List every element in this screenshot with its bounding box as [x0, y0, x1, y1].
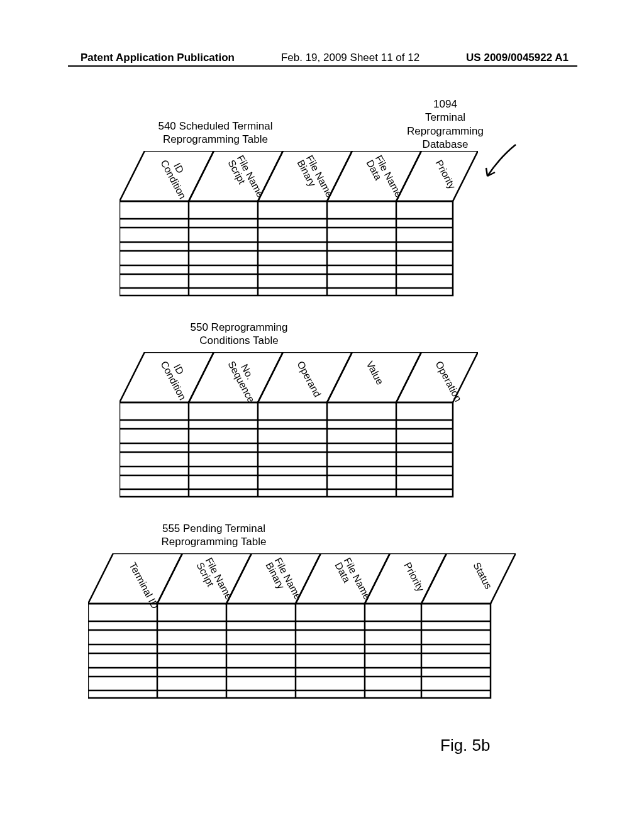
- svg-rect-0: [119, 201, 453, 296]
- t3-col3: BinaryFile Name: [264, 556, 303, 606]
- table1-title-text: 540 Scheduled Terminal Reprogramming Tab…: [158, 120, 272, 145]
- t1-col5: Priority: [433, 158, 457, 191]
- db-label-line3: Reprogramming: [389, 124, 502, 138]
- t2-col3: Operand: [295, 359, 323, 399]
- t1-col2: ScriptFile Name: [226, 153, 265, 204]
- header-sheet-info: Feb. 19, 2009 Sheet 11 of 12: [281, 52, 419, 64]
- table3-title: 555 Pending Terminal Reprogramming Table: [142, 522, 286, 549]
- t3-col6: Status: [471, 560, 494, 590]
- header-divider: [68, 65, 577, 67]
- table2-title: 550 Reprogramming Conditions Table: [170, 321, 308, 348]
- t3-col4: DataFile Name: [333, 556, 372, 606]
- t1-col3: BinaryFile Name: [295, 153, 335, 204]
- db-label-num: 1094: [389, 97, 502, 111]
- table1-title: 540 Scheduled Terminal Reprogramming Tab…: [142, 119, 289, 147]
- svg-rect-12: [119, 402, 453, 497]
- header-publication: Patent Application Publication: [80, 52, 235, 64]
- t3-col5: Priority: [402, 560, 426, 593]
- table3-title-text: 555 Pending Terminal Reprogramming Table: [162, 523, 267, 548]
- svg-rect-24: [88, 604, 491, 698]
- t1-col1: ConditionID: [158, 153, 197, 201]
- page-header: Patent Application Publication Feb. 19, …: [0, 52, 644, 64]
- t2-col1: ConditionID: [158, 355, 197, 402]
- t2-col2: SequenceNo.: [226, 355, 265, 404]
- t2-col5: Operation: [433, 359, 464, 403]
- arrow-pointer-icon: [481, 141, 525, 192]
- db-label-line2: Terminal: [389, 111, 502, 124]
- table-pending-terminal: Terminal ID ScriptFile Name BinaryFile N…: [88, 553, 516, 713]
- header-patent-number: US 2009/0045922 A1: [466, 52, 569, 64]
- table2-title-text: 550 Reprogramming Conditions Table: [191, 321, 288, 346]
- t3-col2: ScriptFile Name: [194, 556, 234, 606]
- t2-col4: Value: [364, 359, 386, 386]
- t1-col4: DataFile Name: [364, 153, 404, 204]
- table-reprogramming-conditions: ConditionID SequenceNo. Operand Value Op…: [119, 352, 478, 512]
- table-scheduled-terminal: ConditionID ScriptFile Name BinaryFile N…: [119, 151, 478, 311]
- figure-label: Fig. 5b: [440, 736, 491, 755]
